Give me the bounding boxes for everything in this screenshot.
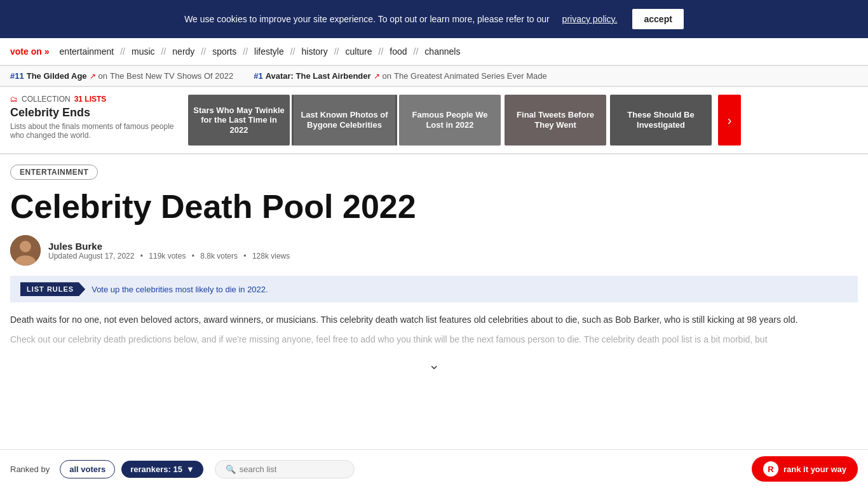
nav-sep-7: // xyxy=(377,46,385,57)
trending-on-2: on xyxy=(383,71,391,81)
main-nav: vote on » entertainment // music // nerd… xyxy=(0,38,868,66)
trending-list-2: The Greatest Animated Series Ever Made xyxy=(394,71,547,81)
nav-arrows: » xyxy=(44,46,50,57)
cookie-banner: We use cookies to improve your site expe… xyxy=(0,0,868,38)
trending-title-2: Avatar: The Last Airbender xyxy=(266,71,371,81)
collection-label: 🗂 COLLECTION 31 LISTS xyxy=(10,95,175,104)
expand-chevron[interactable]: ⌄ xyxy=(10,351,858,378)
nav-item-entertainment[interactable]: entertainment xyxy=(55,46,119,57)
collection-card-5[interactable]: These Should Be Investigated xyxy=(610,95,712,146)
view-count: 128k views xyxy=(252,252,290,261)
collection-card-3[interactable]: Famous People We Lost in 2022 xyxy=(399,95,501,146)
trending-title-1: The Gilded Age xyxy=(27,71,87,81)
list-rules-text: Vote up the celebrities most likely to d… xyxy=(92,285,268,294)
collection-area: 🗂 COLLECTION 31 LISTS Celebrity Ends Lis… xyxy=(0,87,868,154)
nav-item-culture[interactable]: culture xyxy=(341,46,377,57)
description-paragraph-1: Death waits for no one, not even beloved… xyxy=(10,313,858,327)
cookie-message: We use cookies to improve your site expe… xyxy=(184,14,550,24)
cookie-accept-button[interactable]: accept xyxy=(632,9,683,29)
updated-date: Updated August 17, 2022 xyxy=(48,252,134,261)
nav-item-lifestyle[interactable]: lifestyle xyxy=(249,46,289,57)
list-rules-label: LIST RULES xyxy=(20,282,85,296)
nav-item-channels[interactable]: channels xyxy=(419,46,465,57)
list-rules-bar: LIST RULES Vote up the celebrities most … xyxy=(10,276,858,302)
description-paragraph-2: Check out our celebrity death prediction… xyxy=(10,332,858,346)
main-content: ENTERTAINMENT Celebrity Death Pool 2022 … xyxy=(0,154,868,378)
author-row: Jules Burke Updated August 17, 2022 • 11… xyxy=(10,235,858,266)
dot-sep-2: • xyxy=(192,252,194,261)
collection-desc: Lists about the finals moments of famous… xyxy=(10,122,175,140)
trending-list-1: The Best New TV Shows Of 2022 xyxy=(110,71,233,81)
collection-next-button[interactable]: › xyxy=(718,95,741,146)
privacy-policy-link[interactable]: privacy policy. xyxy=(562,14,618,24)
nav-item-sports[interactable]: sports xyxy=(207,46,241,57)
nav-sep-4: // xyxy=(241,46,249,57)
page-title: Celebrity Death Pool 2022 xyxy=(10,189,858,225)
collection-card-2[interactable]: Last Known Photos of Bygone Celebrities xyxy=(294,95,395,146)
nav-sep-2: // xyxy=(160,46,168,57)
stack-icon: 🗂 xyxy=(10,95,18,104)
dot-sep-1: • xyxy=(140,252,143,261)
nav-item-nerdy[interactable]: nerdy xyxy=(167,46,200,57)
nav-item-history[interactable]: history xyxy=(297,46,333,57)
trending-item-2[interactable]: #1 Avatar: The Last Airbender ↗ on The G… xyxy=(254,71,546,81)
collection-card-1[interactable]: Stars Who May Twinkle for the Last Time … xyxy=(188,95,290,146)
svg-point-1 xyxy=(20,241,31,252)
author-meta: Updated August 17, 2022 • 119k votes • 8… xyxy=(48,252,294,261)
avatar[interactable] xyxy=(10,235,41,266)
nav-item-food[interactable]: food xyxy=(384,46,412,57)
trending-arrow-2: ↗ xyxy=(374,72,380,81)
collection-cards: Stars Who May Twinkle for the Last Time … xyxy=(188,95,858,146)
nav-sep-3: // xyxy=(200,46,207,57)
dot-sep-3: • xyxy=(243,252,246,261)
collection-card-4[interactable]: Final Tweets Before They Went xyxy=(505,95,606,146)
author-info: Jules Burke Updated August 17, 2022 • 11… xyxy=(48,241,294,261)
nav-items: entertainment // music // nerdy // sport… xyxy=(55,46,466,57)
nav-item-music[interactable]: music xyxy=(126,46,160,57)
entertainment-tag[interactable]: ENTERTAINMENT xyxy=(10,165,98,180)
collection-title: Celebrity Ends xyxy=(10,106,175,119)
voter-count: 8.8k voters xyxy=(200,252,238,261)
trending-on-1: on xyxy=(98,71,107,81)
nav-sep-6: // xyxy=(333,46,341,57)
trending-item-1[interactable]: #11 The Gilded Age ↗ on The Best New TV … xyxy=(10,71,233,81)
vote-on-label: vote on » xyxy=(10,46,50,57)
nav-sep-1: // xyxy=(119,46,126,57)
author-name[interactable]: Jules Burke xyxy=(48,241,294,252)
trending-arrow-1: ↗ xyxy=(90,72,96,81)
vote-count: 119k votes xyxy=(149,252,186,261)
collection-count: 31 LISTS xyxy=(74,95,107,104)
trending-rank-2: #1 xyxy=(254,71,262,81)
nav-sep-5: // xyxy=(289,46,297,57)
trending-rank-1: #11 xyxy=(10,71,24,81)
nav-sep-8: // xyxy=(412,46,420,57)
trending-bar: #11 The Gilded Age ↗ on The Best New TV … xyxy=(0,66,868,86)
collection-info: 🗂 COLLECTION 31 LISTS Celebrity Ends Lis… xyxy=(10,95,188,140)
